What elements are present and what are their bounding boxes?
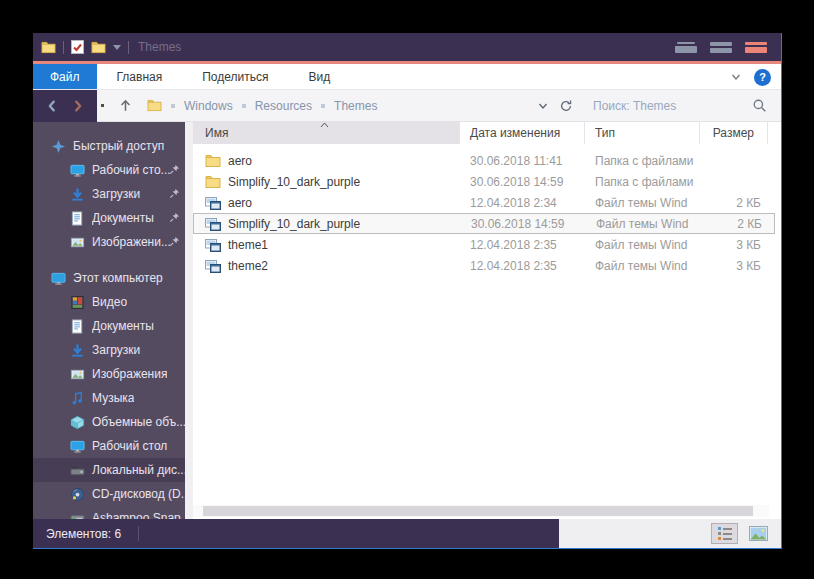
sidebar-item-quick-access[interactable]: Быстрый доступ: [33, 134, 185, 158]
sidebar-scrollbar[interactable]: [185, 122, 193, 519]
theme-file-icon: [205, 259, 221, 273]
tab-home[interactable]: Главная: [97, 64, 183, 89]
view-switcher: [559, 519, 781, 548]
music-icon: [70, 391, 85, 406]
items-count-label: Элементов: 6: [46, 527, 121, 541]
navigation-pane: Быстрый доступ Рабочий сто... Загрузки: [33, 122, 185, 519]
sidebar-item-pictures-pinned[interactable]: Изображени...: [33, 230, 185, 254]
scrollbar-thumb[interactable]: [203, 506, 753, 516]
cd-drive-icon: [70, 487, 85, 502]
documents-icon: [70, 211, 85, 226]
back-icon[interactable]: [45, 99, 59, 113]
maximize-button[interactable]: [710, 42, 732, 53]
titlebar: Themes: [33, 33, 781, 61]
up-icon[interactable]: [118, 98, 133, 113]
quick-access-toolbar: [41, 40, 129, 54]
sidebar-item-pictures[interactable]: Изображения: [33, 362, 185, 386]
breadcrumb-separator-icon[interactable]: [321, 104, 325, 108]
downloads-icon: [70, 343, 85, 358]
pin-icon: [169, 188, 180, 199]
sidebar-item-3d-objects[interactable]: Объемные объ...: [33, 410, 185, 434]
ribbon-tabs: Файл Главная Поделиться Вид ?: [33, 64, 781, 90]
folder-icon[interactable]: [41, 41, 56, 54]
file-list: Имя Дата изменения Тип Размер aero 30.06…: [193, 122, 781, 519]
customize-toolbar-caret-icon[interactable]: [113, 45, 121, 50]
refresh-icon[interactable]: [559, 99, 573, 113]
column-headers: Имя Дата изменения Тип Размер: [193, 122, 781, 144]
sidebar-item-cd-drive[interactable]: CD-дисковод (D...: [33, 482, 185, 506]
explorer-window: Themes Файл Главная Поделиться Вид ?: [33, 33, 782, 549]
search-placeholder: Поиск: Themes: [593, 99, 676, 113]
folder-icon: [205, 175, 221, 189]
sidebar-item-video[interactable]: Видео: [33, 290, 185, 314]
collapse-ribbon-chevron-icon[interactable]: [730, 71, 742, 83]
breadcrumb: Windows Resources Themes: [171, 99, 377, 113]
status-bar: Элементов: 6: [33, 519, 781, 548]
toolbar-separator: [63, 41, 64, 54]
address-dropdown-chevron-icon[interactable]: [537, 100, 549, 112]
theme-file-icon: [205, 196, 221, 210]
thumbnail-view-icon: [749, 526, 768, 541]
sidebar-item-downloads[interactable]: Загрузки: [33, 338, 185, 362]
documents-icon: [70, 319, 85, 334]
pin-icon: [169, 164, 180, 175]
sidebar-item-downloads-pinned[interactable]: Загрузки: [33, 182, 185, 206]
address-folder-icon: [147, 99, 162, 112]
sidebar-item-ashampoo-drive[interactable]: Ashampoo Snap...: [33, 506, 185, 519]
close-button[interactable]: [745, 42, 767, 53]
file-row-simplify-folder[interactable]: Simplify_10_dark_purple 30.06.2018 14:59…: [193, 171, 781, 192]
search-icon[interactable]: [752, 98, 767, 113]
column-header-size[interactable]: Размер: [700, 122, 768, 144]
column-header-type[interactable]: Тип: [585, 122, 700, 144]
breadcrumb-resources[interactable]: Resources: [255, 99, 312, 113]
pin-icon: [169, 212, 180, 223]
minimize-button[interactable]: [675, 42, 697, 53]
quick-access-star-icon: [51, 139, 66, 154]
tab-share[interactable]: Поделиться: [182, 64, 288, 89]
sidebar-item-music[interactable]: Музыка: [33, 386, 185, 410]
folder-icon: [205, 154, 221, 168]
3d-objects-icon: [70, 415, 85, 430]
sort-ascending-caret-icon: [320, 122, 329, 128]
pictures-icon: [70, 235, 85, 250]
local-disk-icon: [70, 463, 85, 478]
file-row-aero-folder[interactable]: aero 30.06.2018 11:41 Папка с файлами: [193, 150, 781, 171]
new-folder-icon[interactable]: [91, 41, 106, 54]
file-row-aero-theme[interactable]: aero 12.04.2018 2:34 Файл темы Wind 2 КБ: [193, 192, 781, 213]
sidebar-item-local-disk[interactable]: Локальный дис...: [33, 458, 185, 482]
file-row-simplify-theme-selected[interactable]: Simplify_10_dark_purple 30.06.2018 14:59…: [193, 213, 775, 234]
tab-file[interactable]: Файл: [33, 64, 97, 89]
window-title: Themes: [138, 40, 181, 54]
theme-file-icon: [205, 217, 221, 231]
help-icon[interactable]: ?: [754, 69, 771, 86]
file-row-theme1[interactable]: theme1 12.04.2018 2:35 Файл темы Wind 3 …: [193, 234, 781, 255]
file-row-theme2[interactable]: theme2 12.04.2018 2:35 Файл темы Wind 3 …: [193, 255, 781, 276]
breadcrumb-separator-icon[interactable]: [171, 104, 175, 108]
sidebar-item-desktop[interactable]: Рабочий стол: [33, 434, 185, 458]
recent-locations-caret-icon[interactable]: [101, 104, 104, 107]
theme-file-icon: [205, 238, 221, 252]
sidebar-item-documents-pinned[interactable]: Документы: [33, 206, 185, 230]
tab-view[interactable]: Вид: [288, 64, 350, 89]
breadcrumb-separator-icon[interactable]: [242, 104, 246, 108]
search-input[interactable]: Поиск: Themes: [583, 98, 781, 113]
details-view-icon: [718, 527, 732, 540]
desktop-icon: [70, 163, 85, 178]
address-bar: Windows Resources Themes Поиск: Themes: [33, 90, 781, 122]
sidebar-item-documents[interactable]: Документы: [33, 314, 185, 338]
sidebar-section-gap: [33, 254, 185, 266]
column-header-date[interactable]: Дата изменения: [460, 122, 585, 144]
desktop-icon: [70, 439, 85, 454]
sidebar-item-desktop-pinned[interactable]: Рабочий сто...: [33, 158, 185, 182]
forward-icon[interactable]: [71, 99, 85, 113]
navigation-buttons: [33, 90, 97, 122]
properties-check-icon[interactable]: [71, 40, 84, 54]
toolbar-separator: [128, 41, 129, 54]
details-view-button[interactable]: [711, 523, 738, 544]
horizontal-scrollbar[interactable]: [193, 505, 769, 517]
thumbnail-view-button[interactable]: [745, 523, 772, 544]
breadcrumb-themes[interactable]: Themes: [334, 99, 377, 113]
breadcrumb-windows[interactable]: Windows: [184, 99, 233, 113]
downloads-icon: [70, 187, 85, 202]
sidebar-item-this-pc[interactable]: Этот компьютер: [33, 266, 185, 290]
